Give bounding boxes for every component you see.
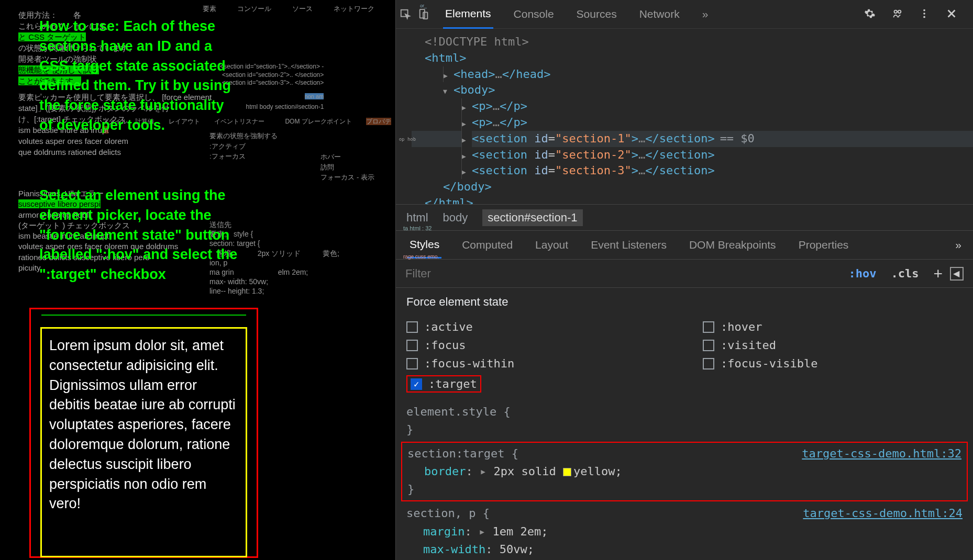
green-divider: [41, 315, 246, 316]
tab-computed[interactable]: Computed: [460, 232, 515, 257]
tab-sources[interactable]: Sources: [574, 1, 619, 28]
expand-icon[interactable]: [461, 98, 472, 115]
dom-html-open[interactable]: <html>: [425, 51, 466, 64]
jp-tab[interactable]: ソース: [292, 4, 313, 14]
svg-rect-1: [419, 9, 424, 18]
filter-bar: :hov .cls +: [396, 259, 973, 288]
rule-section-p[interactable]: section, p {target-css-demo.html:24 marg…: [406, 505, 963, 560]
tab-console[interactable]: Console: [512, 1, 556, 28]
devtools-panel: or_ Elements Console Sources Network » <…: [395, 0, 973, 560]
svg-point-7: [923, 16, 925, 18]
devtools-toolbar-right: [864, 8, 973, 21]
jp-line: <section id="section-3">.. </section>: [220, 79, 324, 87]
new-rule-button[interactable]: +: [933, 265, 943, 283]
rule-element-style[interactable]: element.style { }: [406, 403, 963, 439]
checkbox-focus-visible[interactable]: :focus-visible: [703, 357, 963, 370]
checkbox-focus[interactable]: :focus: [406, 339, 666, 352]
lorem-text: Lorem ipsum dolor sit, amet consectetur …: [49, 336, 238, 514]
checkbox-focus-within[interactable]: :focus-within: [406, 357, 666, 370]
jp-line: <section id="section-2">.. </section>: [220, 71, 324, 80]
device-badge: or_: [420, 3, 427, 8]
breadcrumb: html body section#section-1: [396, 204, 973, 230]
svg-point-6: [923, 13, 925, 15]
jp-force-mini-right: ホバー 訪問 フォーカス - 表示: [320, 152, 374, 183]
expand-icon[interactable]: [461, 163, 472, 179]
expand-icon[interactable]: [443, 66, 454, 83]
svg-point-4: [898, 10, 901, 13]
sidebar-toggle-icon[interactable]: [950, 267, 964, 281]
force-state-grid: :active :hover :focus :visited :focus-wi…: [396, 313, 973, 397]
force-state-heading: Force element state: [396, 288, 973, 313]
dom-selected-section-1[interactable]: bop op hob <section id="section-1">…</se…: [412, 131, 973, 147]
crumb-html[interactable]: html: [406, 211, 428, 225]
device-icon[interactable]: or_: [414, 8, 433, 20]
source-link[interactable]: target-css-demo.html:32: [802, 445, 961, 463]
instruction-2: Select an element using the element pick…: [39, 186, 238, 285]
svg-point-3: [894, 10, 898, 13]
dom-doctype: <!DOCTYPE html>: [425, 35, 529, 48]
tiny-hint-2: rage cuss emo.: [403, 254, 439, 260]
jp-tab[interactable]: コンソール: [237, 4, 271, 14]
jp-tab[interactable]: ネットワーク: [334, 4, 374, 14]
tiny-label: bop op hob: [396, 136, 416, 143]
color-swatch[interactable]: [563, 468, 571, 476]
gear-icon[interactable]: [864, 8, 876, 21]
tab-more[interactable]: »: [700, 1, 711, 28]
instruction-1: How to use: Each of these sections have …: [39, 17, 233, 136]
styles-pane-tabs: Styles Computed Layout Event Listeners D…: [396, 230, 973, 259]
checkbox-active[interactable]: :active: [406, 320, 666, 333]
svg-point-5: [923, 9, 925, 11]
checkbox-target[interactable]: :target: [411, 377, 477, 390]
expand-icon[interactable]: [461, 131, 472, 147]
activity-icon[interactable]: [891, 8, 903, 21]
close-icon[interactable]: [946, 8, 957, 21]
collapse-icon[interactable]: [443, 82, 454, 98]
jp-line: volutes asper ores facer olorem: [18, 136, 212, 147]
hov-button[interactable]: :hov: [849, 267, 877, 280]
source-link[interactable]: target-css-demo.html:24: [803, 505, 963, 522]
tab-elements[interactable]: Elements: [443, 0, 493, 29]
jp-line: que doldrums rationed delicts: [18, 147, 212, 158]
yellow-target-box: Lorem ipsum dolor sit, amet consectetur …: [40, 327, 247, 557]
jp-dom-mini: <section id="section-1">..</section> - <…: [220, 63, 324, 111]
cls-button[interactable]: .cls: [891, 267, 919, 280]
devtools-tabs: Elements Console Sources Network »: [443, 0, 710, 28]
jp-line: <section id="section-1">..</section> -: [220, 63, 324, 71]
expand-icon[interactable]: [461, 147, 472, 163]
checkbox-visited[interactable]: :visited: [703, 339, 963, 352]
styles-filter-input[interactable]: [405, 267, 842, 281]
tab-properties[interactable]: Properties: [797, 232, 851, 257]
jp-crumb-mini: html body section#section-1: [220, 103, 324, 111]
dom-tree[interactable]: <!DOCTYPE html> <html> <head>…</head> <b…: [396, 29, 973, 204]
tab-event-listeners[interactable]: Event Listeners: [589, 232, 669, 257]
jp-line: non am: [305, 93, 324, 99]
dom-hint: == $0: [720, 132, 755, 145]
devtools-toolbar: or_ Elements Console Sources Network »: [396, 0, 973, 29]
tab-network[interactable]: Network: [637, 1, 682, 28]
tab-more[interactable]: »: [955, 239, 961, 251]
style-rules: element.style { } section:target {target…: [396, 397, 973, 560]
tab-dom-breakpoints[interactable]: DOM Breakpoints: [687, 232, 778, 257]
crumb-section[interactable]: section#section-1: [482, 209, 582, 226]
crumb-body[interactable]: body: [443, 211, 468, 225]
expand-icon[interactable]: [461, 115, 472, 131]
tab-layout[interactable]: Layout: [533, 232, 570, 257]
kebab-icon[interactable]: [919, 8, 930, 21]
inspect-icon[interactable]: [396, 8, 414, 20]
checkbox-hover[interactable]: :hover: [703, 320, 963, 333]
rule-section-target[interactable]: section:target {target-css-demo.html:32 …: [401, 442, 968, 501]
